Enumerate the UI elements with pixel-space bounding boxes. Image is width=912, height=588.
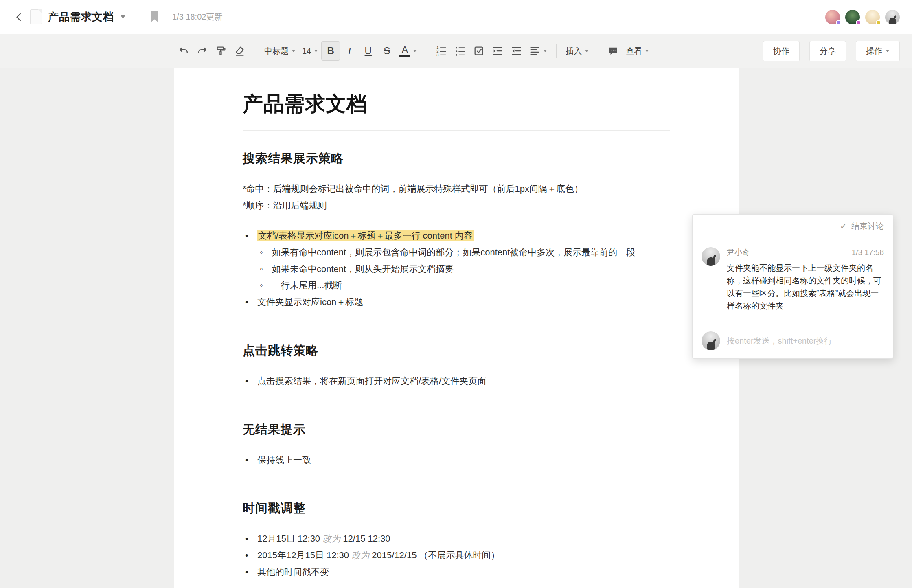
comment-reply-row [693, 323, 893, 358]
bullet-item: 文档/表格显示对应icon＋标题＋最多一行 content 内容 [243, 228, 670, 244]
avatar[interactable] [845, 10, 860, 24]
section-heading: 搜索结果展示策略 [243, 150, 670, 167]
bullet-item: 12月15日 12:30 改为 12/15 12:30 [243, 531, 670, 547]
title-dropdown-caret-icon[interactable] [121, 15, 125, 18]
collaborate-label: 协作 [773, 46, 789, 57]
chevron-down-icon [645, 50, 649, 52]
ordered-list-icon: 1 2 3 [436, 45, 447, 57]
avatar[interactable] [865, 10, 880, 24]
comment-timestamp: 1/3 17:58 [852, 248, 884, 257]
underline-button[interactable]: U [359, 41, 377, 61]
indent-decrease-icon [511, 45, 522, 57]
page-title: 产品需求文档 [243, 90, 670, 118]
chevron-down-icon [314, 50, 318, 52]
checklist-button[interactable] [469, 41, 488, 61]
font-color-button[interactable]: A [396, 41, 420, 61]
chevron-down-icon [585, 50, 589, 52]
collaborate-button[interactable]: 协作 [763, 41, 800, 61]
status-dot [856, 20, 861, 25]
font-size-value: 14 [302, 46, 311, 56]
check-icon: ✓ [840, 221, 847, 232]
italic-button[interactable]: I [340, 41, 359, 61]
avatar[interactable] [825, 10, 840, 24]
toolbar-divider [255, 44, 255, 58]
clear-format-button[interactable] [230, 41, 249, 61]
workspace: 产品需求文档 搜索结果展示策略 *命中：后端规则会标记出被命中的词，前端展示特殊… [0, 68, 912, 588]
changed-to-label: 改为 [351, 550, 369, 560]
bullet-item: 文件夹显示对应icon＋标题 [243, 294, 670, 311]
undo-button[interactable] [174, 41, 193, 61]
bookmark-icon[interactable] [151, 11, 158, 22]
toolbar-divider [556, 44, 557, 58]
view-label: 查看 [626, 46, 642, 57]
timestamp-new: 2015/12/15 （不展示具体时间） [369, 550, 500, 560]
section-heading: 时间戳调整 [243, 500, 670, 517]
share-button[interactable]: 分享 [809, 41, 846, 61]
paragraph: *命中：后端规则会标记出被命中的词，前端展示特殊样式即可（前后1px间隔＋底色） [243, 181, 670, 197]
changed-to-label: 改为 [322, 533, 340, 544]
bullet-list: 文档/表格显示对应icon＋标题＋最多一行 content 内容 如果有命中co… [243, 228, 670, 310]
avatar[interactable] [885, 10, 900, 24]
timestamp-new: 12/15 12:30 [340, 533, 390, 544]
sub-bullet-item: 如果有命中content，则展示包含命中词的部分；如果content被命中多次，… [257, 244, 670, 261]
format-painter-button[interactable] [212, 41, 230, 61]
commenter-avatar[interactable] [702, 247, 720, 266]
sub-bullet-item: 一行末尾用...截断 [257, 277, 670, 294]
document-title[interactable]: 产品需求文档 [48, 10, 114, 24]
comment-reply-input[interactable] [727, 336, 884, 346]
ordered-list-button[interactable]: 1 2 3 [432, 41, 451, 61]
chevron-down-icon [886, 50, 890, 52]
comment-content: 尹小奇 1/3 17:58 文件夹能不能显示一下上一级文件夹的名称，这样碰到相同… [727, 247, 884, 312]
chevron-down-icon [413, 50, 417, 52]
share-label: 分享 [820, 46, 836, 57]
insert-menu[interactable]: 插入 [562, 41, 592, 61]
alignment-button[interactable] [526, 41, 550, 61]
section-heading: 点击跳转策略 [243, 342, 670, 359]
bullet-list-button[interactable] [451, 41, 469, 61]
strikethrough-button[interactable]: S [377, 41, 396, 61]
indent-increase-button[interactable] [488, 41, 507, 61]
bullet-list: 保持线上一致 [243, 452, 670, 469]
align-left-icon [529, 45, 540, 57]
strikethrough-label: S [384, 45, 390, 57]
indent-decrease-button[interactable] [507, 41, 526, 61]
section-heading: 无结果提示 [243, 421, 670, 438]
font-color-icon: A [399, 45, 410, 57]
underline-label: U [365, 45, 372, 57]
comment-item: 尹小奇 1/3 17:58 文件夹能不能显示一下上一级文件夹的名称，这样碰到相同… [693, 238, 893, 323]
comment-button[interactable] [604, 41, 623, 61]
resolve-discussion-button[interactable]: ✓ 结束讨论 [693, 215, 893, 238]
bold-label: B [327, 45, 334, 57]
bullet-list-icon [454, 45, 466, 57]
toolbar-right-actions: 协作 分享 操作 [763, 41, 900, 61]
eraser-icon [234, 45, 246, 57]
formatting-toolbar: 中标题 14 B I U S A 1 2 3 [0, 34, 912, 68]
toolbar-divider [426, 44, 426, 58]
paragraph: *顺序：沿用后端规则 [243, 197, 670, 214]
heading-style-value: 中标题 [264, 46, 289, 57]
chevron-left-icon [14, 12, 24, 22]
actions-button[interactable]: 操作 [856, 41, 900, 61]
document-page[interactable]: 产品需求文档 搜索结果展示策略 *命中：后端规则会标记出被命中的词，前端展示特殊… [174, 68, 739, 588]
toolbar-divider [598, 44, 598, 58]
bold-button[interactable]: B [321, 41, 340, 61]
comment-text: 文件夹能不能显示一下上一级文件夹的名称，这样碰到相同名称的文件夹的时候，可以有一… [727, 262, 884, 312]
bullet-item: 其他的时间戳不变 [243, 564, 670, 581]
font-color-letter: A [402, 45, 408, 54]
top-bar: 产品需求文档 1/3 18:02更新 [0, 0, 912, 34]
highlighted-text: 文档/表格显示对应icon＋标题＋最多一行 content 内容 [257, 230, 474, 241]
status-dot [876, 20, 881, 25]
back-button[interactable] [12, 10, 26, 24]
bullet-list: 12月15日 12:30 改为 12/15 12:30 2015年12月15日 … [243, 531, 670, 580]
italic-label: I [348, 46, 351, 57]
redo-button[interactable] [193, 41, 212, 61]
font-size-select[interactable]: 14 [299, 41, 321, 61]
title-divider [243, 130, 670, 131]
last-updated-text: 1/3 18:02更新 [172, 11, 222, 22]
document-icon [30, 9, 42, 24]
indent-increase-icon [492, 45, 503, 57]
view-menu[interactable]: 查看 [623, 41, 652, 61]
resolve-discussion-label: 结束讨论 [851, 221, 884, 232]
heading-style-select[interactable]: 中标题 [261, 41, 299, 61]
redo-icon [197, 45, 208, 57]
